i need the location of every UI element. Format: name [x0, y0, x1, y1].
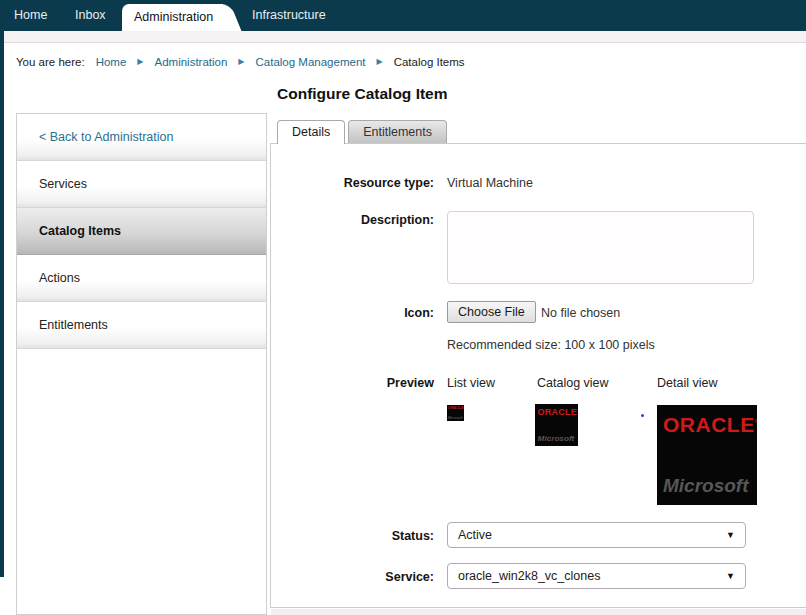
status-select-value: Active: [458, 528, 492, 542]
logo-microsoft-text: Microsoft: [663, 476, 751, 495]
sidebar-item-actions[interactable]: Actions: [17, 255, 266, 302]
details-panel: Resource type: Virtual Machine Descripti…: [270, 143, 806, 608]
subnav-band: [0, 31, 806, 43]
logo-oracle-text: ORACLE: [538, 407, 577, 417]
sidebar-item-catalog-items[interactable]: Catalog Items: [17, 208, 266, 255]
logo-oracle-text: ORACLE: [448, 406, 464, 410]
logo-microsoft-text: Microsoft: [448, 416, 463, 419]
sidebar: < Back to Administration Services Catalo…: [16, 113, 267, 615]
chevron-down-icon: ▼: [726, 523, 735, 547]
broken-image-dot-icon: [641, 414, 644, 417]
preview-detail-view-label: Detail view: [657, 376, 717, 390]
description-input[interactable]: [447, 211, 754, 284]
sidebar-item-services[interactable]: Services: [17, 161, 266, 208]
sidebar-item-entitlements[interactable]: Entitlements: [17, 302, 266, 349]
breadcrumb-arrow-icon: ▶: [137, 58, 143, 66]
breadcrumb-arrow-icon: ▶: [376, 58, 382, 66]
tab-entitlements[interactable]: Entitlements: [348, 120, 447, 143]
resource-type-label: Resource type:: [271, 176, 434, 190]
catalog-item-logo: ORACLE® Microsoft: [447, 405, 464, 421]
preview-catalog-view-label: Catalog view: [537, 376, 609, 390]
panel-footer-strip: [271, 609, 806, 615]
resource-type-value: Virtual Machine: [447, 176, 533, 190]
page-title: Configure Catalog Item: [277, 85, 448, 103]
breadcrumb: You are here: Home ▶ Administration ▶ Ca…: [16, 54, 465, 70]
logo-microsoft-text: Microsoft: [538, 434, 576, 442]
logo-reg-mark: ®: [577, 409, 578, 412]
catalog-item-logo: ORACLE® Microsoft: [535, 404, 578, 446]
service-label: Service:: [271, 570, 434, 584]
description-label: Description:: [271, 213, 434, 227]
sidebar-back-to-administration[interactable]: < Back to Administration: [17, 114, 266, 161]
catalog-item-logo: ORACLE® Microsoft: [657, 405, 757, 505]
icon-label: Icon:: [271, 306, 434, 320]
file-chosen-status: No file chosen: [541, 306, 620, 320]
list-view-icon-preview: ORACLE® Microsoft: [447, 405, 464, 421]
detail-tabs: Details Entitlements: [277, 120, 450, 144]
preview-label: Preview: [271, 376, 434, 390]
tab-details[interactable]: Details: [277, 120, 345, 144]
status-label: Status:: [271, 529, 434, 543]
logo-reg-mark: ®: [755, 418, 757, 425]
service-select[interactable]: oracle_win2k8_vc_clones ▼: [447, 563, 746, 589]
status-select[interactable]: Active ▼: [447, 522, 746, 548]
breadcrumb-link-administration[interactable]: Administration: [154, 56, 227, 68]
icon-size-hint: Recommended size: 100 x 100 pixels: [447, 338, 655, 352]
breadcrumb-prefix: You are here:: [16, 56, 85, 68]
nav-tab-home[interactable]: Home: [14, 0, 47, 31]
nav-tab-administration[interactable]: Administration: [122, 4, 223, 31]
back-link-label: < Back to Administration: [39, 130, 173, 144]
preview-list-view-label: List view: [447, 376, 495, 390]
logo-oracle-text: ORACLE: [663, 413, 755, 436]
catalog-view-icon-preview: ORACLE® Microsoft: [535, 404, 578, 446]
page-left-border: [0, 31, 4, 577]
breadcrumb-current: Catalog Items: [394, 56, 465, 68]
choose-file-button[interactable]: Choose File: [447, 301, 536, 323]
nav-tab-inbox[interactable]: Inbox: [75, 0, 106, 31]
breadcrumb-arrow-icon: ▶: [238, 58, 244, 66]
service-select-value: oracle_win2k8_vc_clones: [458, 569, 600, 583]
top-navbar: Home Inbox Administration Infrastructure: [0, 0, 806, 31]
detail-view-icon-preview: ORACLE® Microsoft: [657, 405, 757, 505]
breadcrumb-link-catalog-management[interactable]: Catalog Management: [256, 56, 366, 68]
breadcrumb-link-home[interactable]: Home: [96, 56, 127, 68]
chevron-down-icon: ▼: [726, 564, 735, 588]
nav-tab-infrastructure[interactable]: Infrastructure: [252, 0, 326, 31]
